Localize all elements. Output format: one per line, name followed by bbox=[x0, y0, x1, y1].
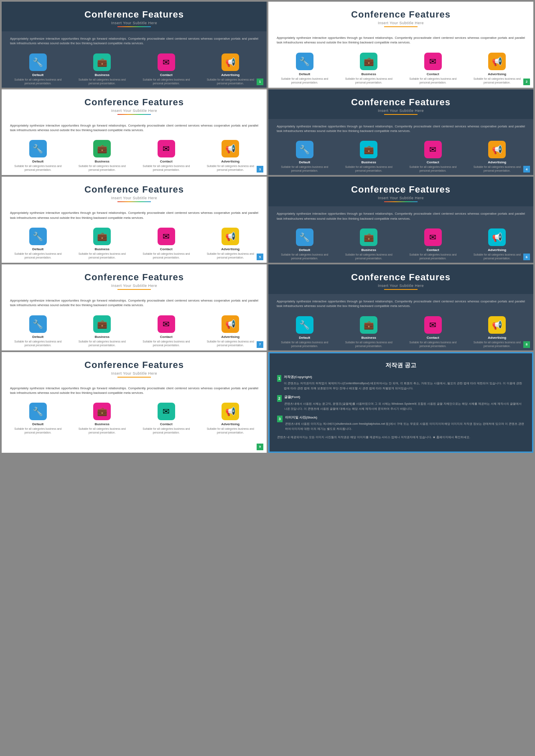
slide-5-underline bbox=[117, 201, 151, 202]
advertising-title-4: Advertising bbox=[488, 160, 506, 164]
business-desc: Suitable for all categories business and… bbox=[74, 78, 130, 85]
slide-1: Conference Features Insert Your Subtitle… bbox=[2, 2, 267, 88]
contact-icon-3: ✉ bbox=[158, 140, 175, 157]
feature-default-3: 🔧 Default Suitable for all categories bu… bbox=[10, 140, 66, 172]
feature-advertising-7: 📢 Advertising Suitable for all categorie… bbox=[202, 315, 259, 347]
page-num-8: 8 bbox=[523, 341, 530, 348]
business-desc-6: Suitable for all categories business and… bbox=[341, 253, 397, 260]
advertising-icon-5: 📢 bbox=[222, 228, 239, 245]
copyright-section-1-title: 저작권(Copyright) bbox=[284, 374, 525, 380]
advertising-title-6: Advertising bbox=[488, 248, 506, 252]
slide-7: Conference Features Insert Your Subtitle… bbox=[2, 264, 267, 350]
business-title-5: Business bbox=[94, 247, 110, 251]
slide-7-body-text: Appropriately synthesize interactive opp… bbox=[10, 298, 258, 308]
copyright-section-3: 3 이미지및 사진(Stock) 콘텐츠 내에 사용된 이미지는 픽사베이(sh… bbox=[277, 415, 525, 431]
business-title-4: Business bbox=[361, 160, 376, 164]
slide-8-features: 🔧 Default Suitable for all categories bu… bbox=[268, 312, 533, 350]
advertising-title: Advertising bbox=[221, 73, 239, 77]
contact-icon-2: ✉ bbox=[424, 53, 442, 70]
advertising-desc-8: Suitable for all categories business and… bbox=[469, 340, 525, 348]
slide-9-features: 🔧 Default Suitable for all categories bu… bbox=[2, 398, 267, 437]
copyright-num-1: 1 bbox=[277, 375, 281, 382]
contact-icon-7: ✉ bbox=[158, 315, 175, 333]
business-icon-5: 💼 bbox=[93, 228, 111, 245]
business-icon-6: 💼 bbox=[360, 228, 377, 246]
advertising-icon-3: 📢 bbox=[222, 140, 239, 157]
business-title-2: Business bbox=[361, 72, 376, 76]
slide-1-body: Appropriately synthesize interactive opp… bbox=[2, 31, 267, 49]
slide-9-body: Appropriately synthesize interactive opp… bbox=[2, 381, 267, 399]
copyright-section-1-text: 이 콘텐츠는 저작권자의 허락없이 복제하거나(ContentItemsByou… bbox=[284, 381, 525, 391]
feature-contact-5: ✉ Contact Suitable for all categories bu… bbox=[138, 228, 194, 259]
contact-desc-5: Suitable for all categories business and… bbox=[138, 252, 194, 259]
slide-4-underline bbox=[384, 114, 418, 115]
page-num-6: 6 bbox=[523, 254, 530, 260]
advertising-icon-9: 📢 bbox=[222, 403, 239, 420]
default-title-2: Default bbox=[299, 72, 310, 76]
default-desc-9: Suitable for all categories business and… bbox=[10, 427, 66, 434]
feature-business-9: 💼 Business Suitable for all categories b… bbox=[74, 403, 130, 434]
feature-contact-9: ✉ Contact Suitable for all categories bu… bbox=[138, 403, 194, 434]
contact-desc-4: Suitable for all categories business and… bbox=[405, 165, 461, 173]
slide-7-body: Appropriately synthesize interactive opp… bbox=[2, 293, 267, 311]
contact-icon: ✉ bbox=[158, 53, 175, 71]
business-desc-7: Suitable for all categories business and… bbox=[74, 340, 130, 347]
slide-4-title: Conference Features bbox=[273, 97, 529, 108]
slide-5-body: Appropriately synthesize interactive opp… bbox=[2, 205, 267, 223]
copyright-footer: 콘텐츠 내 제공되어지는 모든 이미지 사진들의 저작권은 해당 이미지를 제공… bbox=[277, 435, 525, 440]
business-desc-4: Suitable for all categories business and… bbox=[341, 165, 397, 173]
slide-6-features: 🔧 Default Suitable for all categories bu… bbox=[268, 224, 533, 263]
slide-5-features: 🔧 Default Suitable for all categories bu… bbox=[2, 223, 267, 262]
feature-business-5: 💼 Business Suitable for all categories b… bbox=[74, 228, 130, 259]
feature-business-3: 💼 Business Suitable for all categories b… bbox=[74, 140, 130, 172]
advertising-desc-4: Suitable for all categories business and… bbox=[469, 165, 525, 173]
slide-1-underline bbox=[117, 26, 151, 27]
page-num-4: 4 bbox=[523, 166, 530, 173]
feature-contact-6: ✉ Contact Suitable for all categories bu… bbox=[405, 228, 461, 260]
feature-default-4: 🔧 Default Suitable for all categories bu… bbox=[276, 141, 333, 173]
default-icon-9: 🔧 bbox=[29, 403, 47, 420]
feature-contact-4: ✉ Contact Suitable for all categories bu… bbox=[405, 141, 461, 173]
advertising-desc-3: Suitable for all categories business and… bbox=[202, 164, 259, 172]
advertising-icon-7: 📢 bbox=[222, 315, 239, 333]
default-desc-5: Suitable for all categories business and… bbox=[10, 252, 66, 259]
business-desc-9: Suitable for all categories business and… bbox=[74, 427, 130, 434]
feature-business-8: 💼 Business Suitable for all categories b… bbox=[341, 316, 397, 348]
slide-2-header: Conference Features Insert Your Subtitle… bbox=[268, 2, 533, 30]
advertising-title-7: Advertising bbox=[221, 335, 239, 339]
copyright-section-3-text: 콘텐츠 내에 사용된 이미지는 픽사베이(shutterstock.com fr… bbox=[285, 421, 525, 431]
bottom-row: Conference Features Insert Your Subtitle… bbox=[0, 352, 535, 454]
page-num-1: 1 bbox=[257, 79, 263, 85]
slide-4-body: Appropriately synthesize interactive opp… bbox=[268, 119, 533, 137]
business-icon: 💼 bbox=[93, 53, 111, 71]
contact-desc-6: Suitable for all categories business and… bbox=[405, 253, 461, 260]
default-desc: Suitable for all categories business and… bbox=[10, 78, 66, 85]
slide-5-subtitle: Insert Your Subtitle Here bbox=[6, 196, 262, 200]
contact-icon-4: ✉ bbox=[424, 141, 442, 158]
slide-6-title: Conference Features bbox=[273, 184, 529, 195]
advertising-title-3: Advertising bbox=[221, 160, 239, 163]
advertising-icon: 📢 bbox=[222, 53, 239, 71]
contact-desc-2: Suitable for all categories business and… bbox=[405, 77, 461, 84]
advertising-title-9: Advertising bbox=[221, 422, 239, 426]
default-title-8: Default bbox=[299, 336, 310, 340]
business-icon-4: 💼 bbox=[360, 141, 377, 158]
advertising-title-8: Advertising bbox=[488, 336, 506, 340]
feature-business-6: 💼 Business Suitable for all categories b… bbox=[341, 228, 397, 260]
slides-grid: Conference Features Insert Your Subtitle… bbox=[0, 0, 535, 352]
business-icon-2: 💼 bbox=[360, 53, 377, 70]
copyright-section-2-text: 콘텐츠 내에서 사용된 서체는 윤고딕, 윤명조(글꼴체)를 사용하였으며 그 … bbox=[284, 401, 525, 411]
slide-9-subtitle: Insert Your Subtitle Here bbox=[6, 371, 262, 375]
advertising-title-5: Advertising bbox=[221, 247, 239, 251]
slide-2-subtitle: Insert Your Subtitle Here bbox=[273, 21, 529, 25]
advertising-desc: Suitable for all categories business and… bbox=[202, 78, 259, 85]
slide-3: Conference Features Insert Your Subtitle… bbox=[2, 89, 267, 175]
default-icon-8: 🔧 bbox=[296, 316, 313, 334]
advertising-desc-2: Suitable for all categories business and… bbox=[469, 77, 525, 84]
business-icon-3: 💼 bbox=[93, 140, 111, 157]
page-num-9: 9 bbox=[257, 444, 263, 450]
page-num-3: 3 bbox=[257, 166, 263, 173]
default-title-3: Default bbox=[32, 160, 43, 163]
feature-advertising-3: 📢 Advertising Suitable for all categorie… bbox=[202, 140, 259, 172]
slide-9-underline bbox=[117, 377, 151, 378]
